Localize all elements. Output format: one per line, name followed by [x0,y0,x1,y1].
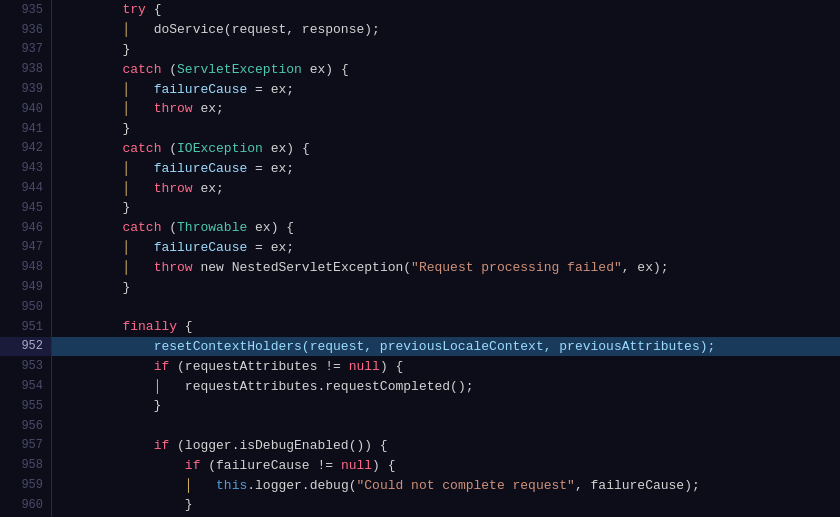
line-number: 943 [0,158,51,178]
code-token: , failureCause); [575,478,700,493]
code-token: try [122,2,145,17]
code-line: } [52,40,840,60]
code-token: │ [122,82,130,97]
code-token [60,359,154,374]
code-token: ex; [193,101,224,116]
code-line: } [52,495,840,515]
line-number: 946 [0,218,51,238]
line-number: 944 [0,178,51,198]
code-token: = ex; [247,161,294,176]
code-line: │ failureCause = ex; [52,158,840,178]
line-number: 957 [0,436,51,456]
code-token: catch [122,141,161,156]
code-token: │ [122,260,130,275]
code-token [60,319,122,334]
code-line: │ failureCause = ex; [52,238,840,258]
code-line: } [52,396,840,416]
code-token [60,458,185,473]
code-token: ex; [193,181,224,196]
line-number: 935 [0,0,51,20]
code-token [130,181,153,196]
code-token [60,82,122,97]
line-number: 936 [0,20,51,40]
line-number: 938 [0,59,51,79]
code-token: } [60,280,130,295]
code-token: ex) { [247,220,294,235]
code-line: if (failureCause != null) { [52,455,840,475]
line-number: 959 [0,475,51,495]
code-line: catch (ServletException ex) { [52,59,840,79]
line-number: 945 [0,198,51,218]
code-token: } [60,42,130,57]
code-token: this [216,478,247,493]
code-token: failureCause [130,82,247,97]
code-token: if [154,438,170,453]
code-line: } [52,277,840,297]
line-number-gutter: 9359369379389399409419429439449459469479… [0,0,52,517]
code-token: , ex); [622,260,669,275]
code-line: │ this.logger.debug("Could not complete … [52,475,840,495]
line-number: 949 [0,277,51,297]
line-number: 937 [0,40,51,60]
code-token [60,22,122,37]
code-token: if [185,458,201,473]
line-number: 948 [0,257,51,277]
code-token [60,478,185,493]
code-token [60,379,154,394]
code-token: │ [122,161,130,176]
code-token [130,101,153,116]
code-token: (failureCause != [200,458,340,473]
code-token: null [341,458,372,473]
code-token: │ [122,240,130,255]
code-line: finally { [52,317,840,337]
code-token: (logger.isDebugEnabled()) { [169,438,387,453]
code-token: │ [154,379,162,394]
code-token: catch [122,62,161,77]
code-line: │ throw ex; [52,178,840,198]
code-token: finally [122,319,177,334]
line-number: 960 [0,495,51,515]
code-token [60,181,122,196]
code-token: throw [154,260,193,275]
line-number: 939 [0,79,51,99]
code-token [60,240,122,255]
code-line: } [52,119,840,139]
code-token: resetContextHolders(request, previousLoc… [154,339,716,354]
code-token: .logger.debug( [247,478,356,493]
line-number: 950 [0,297,51,317]
code-line [52,416,840,436]
code-token [60,161,122,176]
code-content: try { │ doService(request, response); } … [52,0,840,517]
code-line: if (logger.isDebugEnabled()) { [52,436,840,456]
code-token: │ [185,478,193,493]
line-number: 947 [0,238,51,258]
code-token [60,220,122,235]
line-number: 941 [0,119,51,139]
code-token: IOException [177,141,263,156]
code-line: catch (IOException ex) { [52,139,840,159]
line-number: 951 [0,317,51,337]
code-token: ( [161,62,177,77]
code-token: ) { [372,458,395,473]
code-token: ( [161,220,177,235]
line-number: 954 [0,376,51,396]
code-token: ex) { [302,62,349,77]
code-line: │ failureCause = ex; [52,79,840,99]
code-token: Throwable [177,220,247,235]
code-token: throw [154,101,193,116]
code-token: if [154,359,170,374]
code-token [60,101,122,116]
code-token [60,339,154,354]
code-token: ) { [380,359,403,374]
line-number: 955 [0,396,51,416]
code-token [60,260,122,275]
code-token: ServletException [177,62,302,77]
code-token: catch [122,220,161,235]
code-token: null [349,359,380,374]
code-token: doService(request, response); [130,22,380,37]
code-line: │ throw new NestedServletException("Requ… [52,257,840,277]
code-token: "Could not complete request" [356,478,574,493]
line-number: 940 [0,99,51,119]
code-line: resetContextHolders(request, previousLoc… [52,337,840,357]
code-line: │ doService(request, response); [52,20,840,40]
